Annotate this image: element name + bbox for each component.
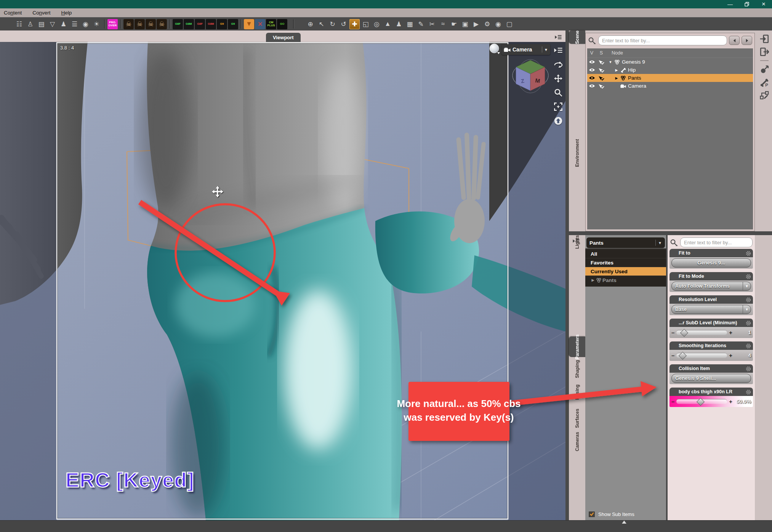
show-sub-items-checkbox[interactable]: [588, 511, 595, 518]
chevron-down-icon[interactable]: ▼: [544, 48, 548, 52]
expander-icon[interactable]: ▶: [591, 278, 595, 282]
history-back-button[interactable]: [729, 36, 740, 45]
orbit-icon[interactable]: [553, 59, 564, 70]
pro-over-icon[interactable]: PRO.OVER: [107, 19, 118, 29]
param-group-header[interactable]: Collision Item: [669, 364, 753, 373]
drawstyle-sphere-icon[interactable]: [489, 43, 500, 54]
tab-cameras[interactable]: Cameras: [569, 433, 585, 450]
camera-view-icon[interactable]: ◉: [493, 19, 503, 29]
wardrobe-icon[interactable]: ▽: [47, 19, 58, 29]
weight-paint-icon[interactable]: ≈: [438, 19, 448, 29]
brush-tool-icon[interactable]: ✎: [416, 19, 426, 29]
gear-icon[interactable]: [746, 343, 751, 348]
gear-icon[interactable]: [746, 320, 751, 325]
slider-minus-button[interactable]: –: [671, 399, 674, 404]
slider-track[interactable]: [676, 353, 727, 358]
ik-chain-icon[interactable]: [760, 65, 769, 74]
g9-green-icon[interactable]: G9: [228, 19, 238, 29]
visibility-eye-icon[interactable]: [587, 68, 596, 72]
category-all[interactable]: All: [585, 249, 666, 258]
translate-tool-icon[interactable]: ✚: [349, 19, 360, 29]
go-script-icon[interactable]: GO: [277, 19, 287, 29]
category-currently-used[interactable]: Currently Used: [585, 267, 666, 276]
gear-icon[interactable]: [746, 250, 751, 256]
gear-icon[interactable]: [746, 274, 751, 279]
import-icon[interactable]: [760, 34, 769, 43]
history-forward-button[interactable]: [742, 36, 752, 45]
selectable-pointer-icon[interactable]: [596, 68, 606, 72]
restore-button[interactable]: [738, 0, 755, 8]
param-slider[interactable]: –+1: [671, 330, 751, 335]
skeleton-preset-2-icon[interactable]: ☠: [135, 19, 145, 29]
scene-filter-input[interactable]: [598, 35, 727, 45]
expander-icon[interactable]: ▶: [614, 76, 619, 80]
selectable-pointer-icon[interactable]: [596, 76, 606, 80]
spot-render-icon[interactable]: ▣: [460, 19, 470, 29]
category-pants[interactable]: ▶Pants: [585, 276, 666, 284]
menu-item-help[interactable]: Help: [61, 10, 72, 16]
pane-menu-icon[interactable]: [553, 45, 564, 56]
selectable-pointer-icon[interactable]: [596, 60, 606, 64]
mesh-grabber-icon[interactable]: ▲: [383, 19, 393, 29]
slider-plus-button[interactable]: +: [729, 399, 732, 404]
render-icon[interactable]: ◉: [80, 19, 91, 29]
gear-icon[interactable]: [746, 389, 751, 394]
panel-divider[interactable]: [565, 30, 569, 532]
shaping-icon[interactable]: ☰: [69, 19, 80, 29]
visibility-eye-icon[interactable]: [587, 84, 596, 88]
slider-handle[interactable]: [680, 329, 688, 337]
slider-handle[interactable]: [697, 398, 705, 406]
param-group-header[interactable]: Smoothing Iterations: [669, 341, 753, 350]
frame-icon[interactable]: [553, 101, 564, 112]
chevron-down-icon[interactable]: ▼: [743, 305, 751, 314]
rotate-tool-icon[interactable]: ↻: [327, 19, 338, 29]
g8f-red-icon[interactable]: G8F: [195, 19, 205, 29]
param-group-header[interactable]: ...r SubD Level (Minimum): [669, 319, 753, 327]
slider-track[interactable]: [676, 330, 727, 335]
skeleton-preset-4-icon[interactable]: ☠: [157, 19, 167, 29]
view-cube-gizmo[interactable]: M Z: [511, 56, 549, 98]
tab-surfaces[interactable]: Surfaces: [569, 408, 585, 429]
lights-icon[interactable]: ☀: [91, 19, 102, 29]
scene-node-hip[interactable]: ▶Hip: [587, 66, 753, 74]
menu-item-convert[interactable]: Convert: [32, 10, 50, 16]
menu-item-content[interactable]: Content: [4, 10, 22, 16]
visibility-eye-icon[interactable]: [587, 76, 596, 80]
slider-handle[interactable]: [679, 352, 687, 360]
surface-select-icon[interactable]: ▦: [405, 19, 415, 29]
gear-tool-icon[interactable]: ⚙: [482, 19, 492, 29]
tab-shaping[interactable]: Shaping: [569, 360, 585, 378]
scene-node-genesis-9[interactable]: ▼Genesis 9: [587, 58, 753, 66]
universal-manipulator-icon[interactable]: ⊕: [305, 19, 316, 29]
gear-icon[interactable]: [746, 366, 751, 371]
pane-splitter[interactable]: [569, 231, 772, 235]
scene-node-camera[interactable]: Camera: [587, 82, 753, 90]
tab-scene[interactable]: Scene: [569, 30, 585, 44]
slider-minus-button[interactable]: –: [671, 353, 674, 358]
export-icon[interactable]: [760, 47, 769, 56]
actor-icon[interactable]: ♙: [25, 19, 35, 29]
hand-tool-icon[interactable]: ☛: [449, 19, 459, 29]
aim-tool-icon[interactable]: ◎: [372, 19, 382, 29]
skeleton-preset-3-icon[interactable]: ☠: [146, 19, 156, 29]
pan-icon[interactable]: [553, 73, 564, 84]
minimize-button[interactable]: —: [722, 0, 738, 8]
slider-track[interactable]: [676, 399, 727, 404]
node-select-icon[interactable]: ↖: [316, 19, 327, 29]
param-dropdown[interactable]: Auto Follow Transforms▼: [671, 282, 751, 291]
twist-tool-icon[interactable]: ↺: [338, 19, 349, 29]
slider-plus-button[interactable]: +: [729, 353, 732, 358]
content-library-icon[interactable]: ▤: [36, 19, 46, 29]
g9-orange-icon[interactable]: G9: [217, 19, 227, 29]
tab-posing[interactable]: Posing: [569, 381, 585, 403]
param-slider[interactable]: –+50.0%: [671, 399, 751, 404]
tab-viewport[interactable]: Viewport: [266, 33, 301, 42]
chevron-down-icon[interactable]: ▼: [743, 282, 751, 290]
param-group-header[interactable]: Fit to Mode: [669, 272, 753, 280]
slider-plus-button[interactable]: +: [729, 330, 732, 335]
tab-lights[interactable]: Lights: [569, 235, 585, 249]
expander-icon[interactable]: ▼: [608, 60, 613, 64]
pose-preset-icon[interactable]: ☷: [14, 19, 24, 29]
parameter-filter-input[interactable]: [680, 237, 753, 247]
param-button[interactable]: Genesis 9...: [671, 258, 751, 268]
